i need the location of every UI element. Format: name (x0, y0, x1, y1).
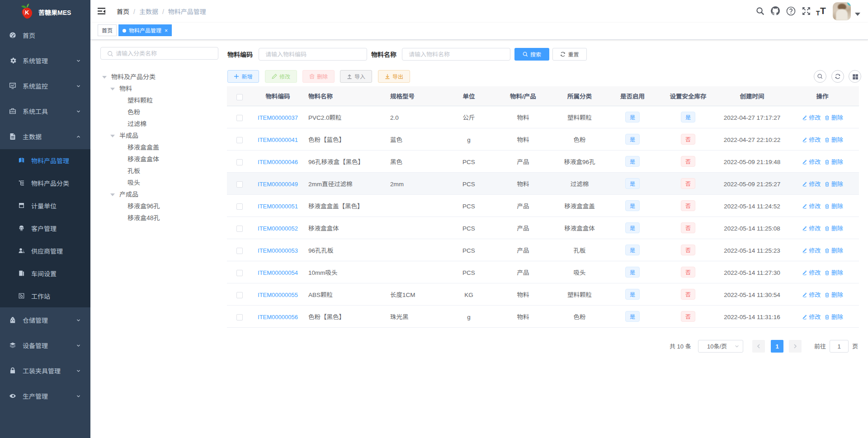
svg-text:K: K (25, 9, 29, 16)
